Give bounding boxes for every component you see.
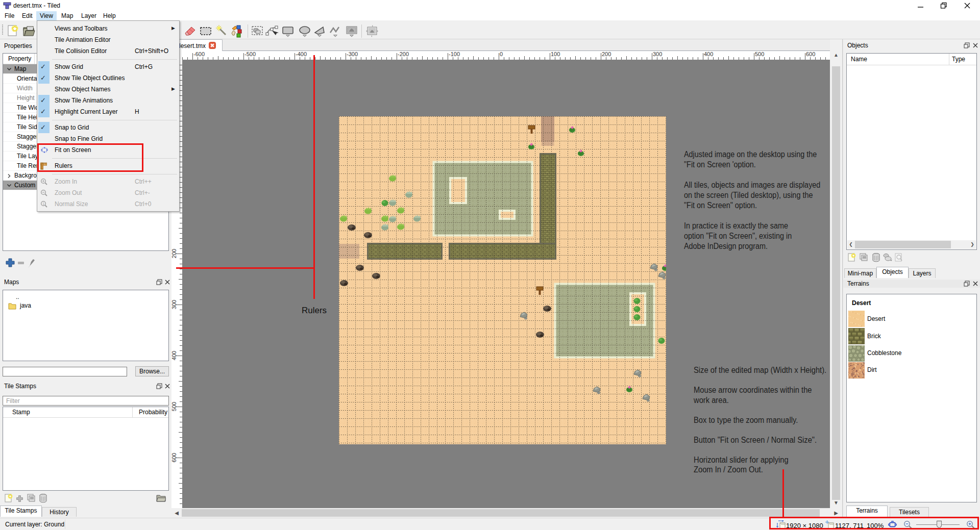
svg-text:500: 500: [755, 51, 764, 57]
svg-text:0: 0: [500, 51, 503, 57]
svg-text:-200: -200: [398, 51, 409, 57]
svg-text:1: 1: [42, 202, 44, 206]
svg-text:300: 300: [653, 51, 662, 57]
svg-text:400: 400: [172, 351, 177, 360]
svg-text:200: 200: [172, 249, 177, 258]
svg-text:500: 500: [172, 402, 177, 411]
svg-text:200: 200: [602, 51, 611, 57]
svg-text:600: 600: [806, 51, 815, 57]
svg-text:-100: -100: [449, 51, 460, 57]
svg-text:300: 300: [172, 300, 177, 309]
svg-text:-500: -500: [244, 51, 256, 57]
svg-text:400: 400: [704, 51, 713, 57]
svg-text:100: 100: [551, 51, 560, 57]
svg-text:-300: -300: [347, 51, 358, 57]
svg-text:-600: -600: [193, 51, 205, 57]
svg-text:600: 600: [172, 453, 177, 462]
svg-text:-400: -400: [296, 51, 307, 57]
